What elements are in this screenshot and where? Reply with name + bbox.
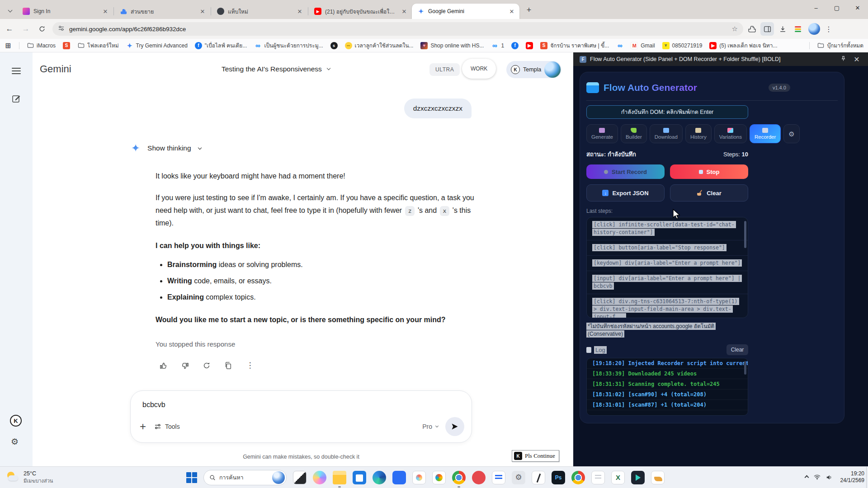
search-highlight-image[interactable]: [272, 471, 285, 484]
side-panel-icon[interactable]: [760, 22, 774, 36]
close-button[interactable]: ✕: [847, 0, 868, 15]
bookmark-item[interactable]: ∞: [616, 42, 623, 49]
colored-lines-icon[interactable]: [791, 22, 805, 36]
taskbar-excel-icon[interactable]: X: [611, 471, 625, 484]
pin-icon[interactable]: [838, 55, 848, 63]
bookmark-item[interactable]: ✦Try Gemini Advanced: [126, 42, 188, 49]
show-thinking-toggle[interactable]: ✦ Show thinking: [131, 143, 201, 154]
new-chat-icon[interactable]: [12, 94, 21, 105]
settings-gear-icon[interactable]: ⚙: [11, 436, 19, 447]
hidden-icons-chevron[interactable]: [805, 476, 808, 479]
bookmark-item[interactable]: s: [330, 42, 338, 49]
taskbar-copilot-icon[interactable]: [313, 471, 326, 484]
send-button[interactable]: [445, 417, 464, 436]
stop-button[interactable]: Stop: [670, 164, 748, 179]
log-console[interactable]: [19:18:20] Injected Recorder script into…: [586, 358, 748, 416]
prompt-composer[interactable]: bcbcvb + Tools Pro: [130, 390, 472, 443]
thumb-up-icon[interactable]: [156, 358, 171, 373]
all-bookmarks-folder[interactable]: บุ๊กมาร์กทั้งหมด: [817, 41, 863, 50]
start-record-button[interactable]: Start Record: [586, 164, 665, 179]
browser-tab[interactable]: แท็บใหม่ ✕: [212, 4, 307, 19]
profile-avatar[interactable]: [808, 23, 820, 35]
taskbar-photos-icon[interactable]: [432, 471, 446, 484]
taskbar-paint-icon[interactable]: [412, 471, 426, 484]
browser-tab[interactable]: ส่วนขยาย ✕: [114, 4, 210, 19]
bookmark-item[interactable]: Sจักรบ้าน ราคาพิเศษ | ขี้...: [540, 41, 609, 50]
tab-download[interactable]: Download: [650, 124, 683, 143]
tab-close-icon[interactable]: ✕: [508, 7, 516, 15]
taskbar-chrome2-icon[interactable]: [571, 471, 585, 484]
pls-continue-button[interactable]: K Pls Continue: [512, 450, 559, 462]
new-tab-button[interactable]: +: [523, 4, 535, 16]
taskbar-lamp-app-icon[interactable]: [651, 471, 665, 484]
start-button[interactable]: [186, 472, 197, 483]
taskbar-file-explorer-icon[interactable]: [333, 471, 346, 484]
tab-variations[interactable]: Variations: [714, 124, 747, 143]
browser-tab-active[interactable]: ✦ Google Gemini ✕: [412, 4, 519, 19]
recorded-steps-list[interactable]: [click] infinite-scroller[data-test-id="…: [586, 217, 748, 318]
taskbar-notepad-icon[interactable]: [591, 471, 605, 484]
tools-button[interactable]: Tools: [154, 423, 180, 430]
url-text[interactable]: gemini.google.com/app/6c26f6286b932dce: [69, 26, 727, 33]
tab-search-button[interactable]: [5, 5, 15, 15]
wifi-icon[interactable]: [814, 474, 821, 480]
taskbar-microsoft-store-icon[interactable]: [353, 471, 366, 484]
bookmark-item[interactable]: f: [511, 42, 519, 49]
browser-tab[interactable]: ▶ (21) อยู่กับปัจจุบันขณะเพื่อใจที่เป็นส…: [309, 4, 412, 19]
conversation-title-dropdown[interactable]: Testing the AI's Responsiveness: [222, 65, 330, 73]
more-options-icon[interactable]: ⋮: [242, 358, 258, 373]
menu-icon[interactable]: [12, 68, 21, 74]
apps-grid-icon[interactable]: ⊞: [5, 42, 12, 49]
prompt-input-value[interactable]: bcbcvb: [142, 401, 165, 409]
tab-settings[interactable]: ⚙: [783, 124, 799, 143]
show-desktop-strip[interactable]: [866, 466, 868, 488]
export-json-button[interactable]: ↓Export JSON: [586, 184, 665, 202]
weather-widget[interactable]: 25°C มีเมฆบางส่วน: [6, 470, 83, 485]
k-profile-badge[interactable]: K: [10, 415, 22, 427]
bookmark-item[interactable]: S: [63, 42, 70, 49]
clear-button[interactable]: Clear: [670, 184, 748, 202]
bookmark-item[interactable]: ▶(5) เพลงเด็ก พ่อเจ นิทา...: [709, 41, 777, 50]
tab-close-icon[interactable]: ✕: [400, 7, 408, 15]
close-panel-icon[interactable]: ✕: [852, 55, 862, 64]
copy-icon[interactable]: [221, 358, 236, 373]
taskbar-pen-app-icon[interactable]: [532, 471, 545, 484]
tab-generate[interactable]: Generate: [586, 124, 618, 143]
ultra-badge[interactable]: ULTRA: [429, 63, 460, 76]
bookmark-item[interactable]: Y0850271919: [662, 42, 703, 49]
scrollbar-thumb[interactable]: [744, 361, 746, 375]
taskbar-clock[interactable]: 19:20 24/1/2569: [840, 470, 864, 484]
log-clear-button[interactable]: Clear: [726, 344, 748, 355]
bookmark-item[interactable]: ▶: [526, 42, 533, 49]
template-chip[interactable]: K Templa: [506, 61, 561, 78]
work-pill[interactable]: WORK: [462, 59, 496, 79]
tab-close-icon[interactable]: ✕: [198, 7, 207, 15]
taskbar-blue-app-icon[interactable]: [392, 471, 406, 484]
bookmark-item[interactable]: iMacros: [27, 42, 56, 49]
tab-recorder[interactable]: Recorder: [750, 124, 781, 143]
site-controls-icon[interactable]: [58, 25, 65, 33]
taskbar-search[interactable]: การค้นหา: [203, 470, 287, 485]
address-bar[interactable]: gemini.google.com/app/6c26f6286b932dce ☆: [52, 22, 743, 36]
volume-icon[interactable]: [826, 474, 832, 480]
reload-icon[interactable]: [35, 22, 49, 36]
tab-history[interactable]: History: [685, 124, 712, 143]
tab-close-icon[interactable]: ✕: [101, 7, 109, 15]
forward-icon[interactable]: →: [19, 22, 33, 36]
regenerate-icon[interactable]: [199, 358, 214, 373]
downloads-icon[interactable]: [776, 22, 789, 36]
add-attachment-icon[interactable]: +: [140, 420, 146, 433]
user-avatar[interactable]: [544, 61, 561, 78]
maximize-button[interactable]: ▢: [826, 0, 847, 15]
taskbar-code-app-icon[interactable]: [492, 471, 505, 484]
taskbar-settings-icon[interactable]: ⚙: [512, 471, 525, 484]
bookmark-item[interactable]: ♥Shop online with HS...: [420, 42, 484, 49]
scrollbar-thumb[interactable]: [744, 221, 746, 248]
bookmark-item[interactable]: MGmail: [631, 42, 655, 49]
tab-builder[interactable]: Builder: [621, 124, 647, 143]
tab-close-icon[interactable]: ✕: [296, 7, 304, 15]
chrome-menu-icon[interactable]: ⋮: [822, 22, 835, 36]
back-icon[interactable]: ←: [3, 22, 16, 36]
taskbar-photoshop-icon[interactable]: Ps: [552, 471, 565, 484]
thumb-down-icon[interactable]: [177, 358, 193, 373]
